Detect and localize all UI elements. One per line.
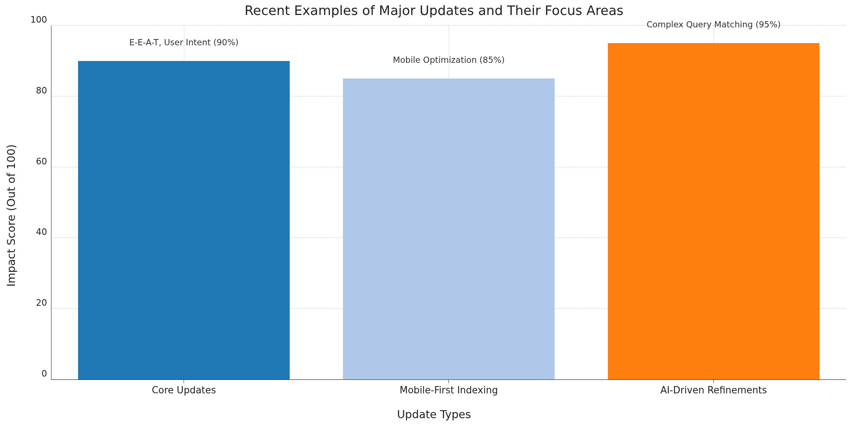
xtick-label: Mobile-First Indexing: [400, 379, 498, 396]
ytick-label: 0: [42, 369, 51, 379]
xtick-label: AI-Driven Refinements: [660, 379, 767, 396]
x-axis-label: Update Types: [0, 408, 868, 421]
chart-container: Recent Examples of Major Updates and The…: [0, 0, 868, 431]
chart-title: Recent Examples of Major Updates and The…: [0, 3, 868, 18]
plot-area: 0 20 40 60 80 100 E-E-A-T, User Intent (…: [51, 26, 846, 380]
bar-annotation: Mobile Optimization (85%): [393, 55, 505, 67]
ytick-label: 20: [36, 298, 51, 308]
bar-mobile-first-indexing: [343, 79, 555, 379]
ytick-label: 40: [36, 227, 51, 237]
bar-annotation: E-E-A-T, User Intent (90%): [129, 38, 238, 49]
y-axis-label: Impact Score (Out of 100): [5, 144, 18, 287]
ytick-label: 100: [30, 15, 51, 25]
xtick-label: Core Updates: [152, 379, 216, 396]
bar-core-updates: [78, 61, 290, 379]
ytick-label: 60: [36, 156, 51, 167]
bar-ai-driven-refinements: [608, 43, 820, 379]
ytick-label: 80: [36, 85, 51, 96]
bar-annotation: Complex Query Matching (95%): [647, 20, 781, 31]
